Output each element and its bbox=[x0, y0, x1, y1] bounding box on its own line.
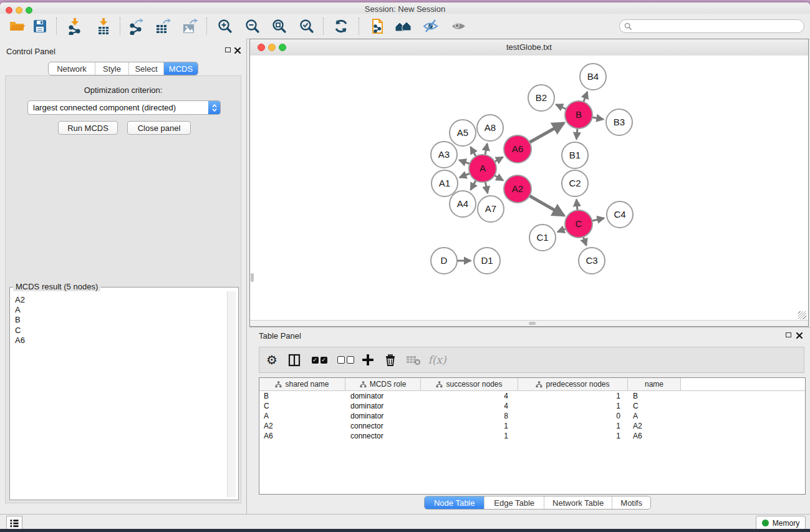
close-panel-button[interactable]: Close panel bbox=[127, 121, 191, 135]
tab-mcds[interactable]: MCDS bbox=[163, 62, 198, 75]
table-cell[interactable]: 4 bbox=[421, 402, 518, 410]
table-settings-button[interactable]: ⚙ bbox=[263, 347, 281, 372]
zoom-out-button[interactable] bbox=[243, 17, 263, 36]
hide-graphics-details-button[interactable] bbox=[421, 17, 441, 36]
table-cell[interactable]: 1 bbox=[518, 392, 628, 400]
checked-checkboxes-icon: ✓✓ bbox=[312, 357, 327, 364]
tab-motifs[interactable]: Motifs bbox=[612, 496, 650, 509]
column-header-predecessor-nodes[interactable]: predecessor nodes bbox=[518, 378, 628, 390]
eye-slash-icon bbox=[422, 17, 440, 35]
network-document-icon bbox=[369, 17, 386, 35]
mcds-result-item[interactable]: A2 bbox=[15, 295, 227, 305]
mcds-result-scrollbar[interactable] bbox=[227, 291, 236, 497]
criterion-select-value: largest connected component (directed) bbox=[28, 103, 208, 112]
table-cell[interactable]: A6 bbox=[259, 432, 345, 440]
tab-network-table[interactable]: Network Table bbox=[544, 496, 612, 509]
table-cell[interactable]: connector bbox=[345, 422, 421, 430]
table-row[interactable]: Cdominator41C bbox=[259, 401, 805, 411]
table-row[interactable]: A6connector11A6 bbox=[259, 431, 805, 441]
show-graphics-details-button[interactable] bbox=[449, 17, 469, 36]
table-cell[interactable]: 1 bbox=[518, 422, 628, 430]
network-vertical-scrollbar[interactable] bbox=[251, 273, 254, 282]
column-header-name[interactable]: name bbox=[628, 378, 681, 390]
table-row[interactable]: Bdominator41B bbox=[259, 391, 805, 401]
table-cell[interactable]: dominator bbox=[345, 412, 421, 420]
mcds-result-item[interactable]: A6 bbox=[15, 336, 227, 346]
table-cell[interactable]: A2 bbox=[259, 422, 345, 430]
tab-network[interactable]: Network bbox=[49, 62, 95, 75]
import-network-button[interactable] bbox=[65, 17, 85, 36]
close-panel-icon[interactable] bbox=[234, 47, 241, 54]
network-view-window[interactable]: testGlobe.txt AA1A2A3A4A5A6A7A8BB1B2B3B4… bbox=[249, 39, 809, 327]
table-cell[interactable]: C bbox=[628, 402, 681, 410]
tab-select[interactable]: Select bbox=[128, 62, 163, 75]
network-window-title: testGlobe.txt bbox=[250, 42, 808, 52]
run-mcds-button[interactable]: Run MCDS bbox=[58, 121, 118, 135]
toolbar-separator bbox=[56, 17, 57, 35]
refresh-view-button[interactable] bbox=[331, 17, 351, 36]
export-network-button[interactable] bbox=[125, 17, 145, 36]
export-table-icon bbox=[154, 17, 171, 35]
table-cell[interactable]: A2 bbox=[628, 422, 681, 430]
network-window-titlebar[interactable]: testGlobe.txt bbox=[250, 39, 808, 56]
table-cell[interactable]: B bbox=[628, 392, 681, 400]
table-cell[interactable]: B bbox=[259, 392, 345, 400]
table-cell[interactable]: 0 bbox=[518, 412, 628, 420]
table-row[interactable]: Adominator80A bbox=[259, 411, 805, 421]
float-panel-icon[interactable] bbox=[225, 47, 231, 52]
memory-button[interactable]: Memory bbox=[756, 516, 806, 530]
function-builder-button[interactable]: f(x) bbox=[427, 347, 448, 372]
zoom-selected-button[interactable] bbox=[297, 17, 317, 36]
table-row[interactable]: A2connector11A2 bbox=[259, 421, 805, 431]
column-header-successor-nodes[interactable]: successor nodes bbox=[421, 378, 518, 390]
save-session-button[interactable] bbox=[30, 17, 50, 36]
zoom-fit-button[interactable] bbox=[269, 17, 289, 36]
mcds-result-item[interactable]: B bbox=[15, 315, 227, 325]
show-columns-button[interactable] bbox=[286, 347, 303, 372]
node-table[interactable]: shared nameMCDS rolesuccessor nodesprede… bbox=[259, 377, 806, 495]
export-table-button[interactable] bbox=[153, 17, 173, 36]
search-box[interactable] bbox=[619, 19, 804, 33]
table-cell[interactable]: 8 bbox=[421, 412, 518, 420]
column-header-MCDS-role[interactable]: MCDS role bbox=[345, 378, 421, 390]
network-resize-grip[interactable] bbox=[798, 311, 806, 319]
network-document-button[interactable] bbox=[367, 17, 387, 36]
mcds-result-item[interactable]: A bbox=[15, 305, 227, 315]
create-column-button[interactable] bbox=[359, 347, 377, 372]
table-cell[interactable]: 1 bbox=[518, 402, 628, 410]
float-table-panel-icon[interactable] bbox=[786, 332, 791, 337]
show-panels-button[interactable] bbox=[6, 516, 22, 530]
column-header-shared-name[interactable]: shared name bbox=[259, 378, 345, 390]
table-cell[interactable]: A bbox=[628, 412, 681, 420]
open-session-button[interactable] bbox=[7, 17, 27, 36]
table-cell[interactable]: 1 bbox=[518, 432, 628, 440]
table-cell[interactable]: dominator bbox=[345, 392, 421, 400]
criterion-select[interactable]: largest connected component (directed) bbox=[27, 100, 221, 115]
home-overview-button[interactable] bbox=[393, 17, 413, 36]
deselect-all-button[interactable] bbox=[335, 347, 355, 372]
tab-node-table[interactable]: Node Table bbox=[425, 496, 484, 509]
network-horizontal-scrollbar[interactable] bbox=[529, 322, 536, 325]
import-table-button[interactable] bbox=[94, 17, 113, 36]
table-cell[interactable]: 1 bbox=[421, 422, 518, 430]
table-cell[interactable]: C bbox=[259, 402, 345, 410]
table-cell[interactable]: 4 bbox=[421, 392, 518, 400]
search-input[interactable] bbox=[635, 21, 804, 32]
table-cell[interactable]: 1 bbox=[421, 432, 518, 440]
tab-edge-table[interactable]: Edge Table bbox=[484, 496, 543, 509]
network-graph[interactable]: AA1A2A3A4A5A6A7A8BB1B2B3B4CC1C2C3C4DD1 bbox=[251, 56, 809, 320]
table-cell[interactable]: A6 bbox=[628, 432, 681, 440]
zoom-in-button[interactable] bbox=[215, 17, 235, 36]
mcds-result-item[interactable]: C bbox=[15, 326, 227, 336]
table-cell[interactable]: A bbox=[259, 412, 345, 420]
tab-style[interactable]: Style bbox=[95, 62, 128, 75]
select-all-button[interactable]: ✓✓ bbox=[309, 347, 329, 372]
app-titlebar[interactable]: Session: New Session bbox=[0, 2, 810, 14]
export-image-button[interactable] bbox=[180, 17, 200, 36]
table-cell[interactable]: connector bbox=[345, 432, 421, 440]
mcds-result-list[interactable]: A2ABCA6 bbox=[11, 291, 227, 499]
table-cell[interactable]: dominator bbox=[345, 402, 421, 410]
close-table-panel-icon[interactable] bbox=[796, 332, 803, 339]
delete-columns-button[interactable] bbox=[382, 347, 399, 372]
delete-table-button[interactable] bbox=[404, 347, 423, 372]
